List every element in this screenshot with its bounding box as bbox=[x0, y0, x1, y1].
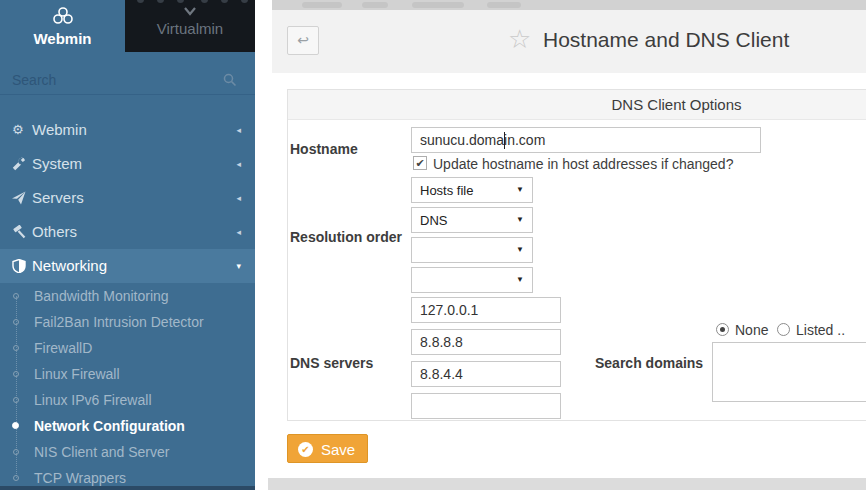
sidebar-subitem-label: Linux Firewall bbox=[34, 366, 120, 382]
expand-arrow-icon: ▾ bbox=[236, 261, 241, 271]
decoration-dot bbox=[177, 0, 184, 3]
decoration-dot bbox=[221, 0, 228, 3]
search-domains-textarea[interactable] bbox=[712, 342, 866, 402]
top-toolbar-cutoff bbox=[272, 0, 866, 10]
decoration-dot bbox=[201, 0, 208, 3]
back-button[interactable]: ↩ bbox=[287, 26, 319, 55]
bullet-icon bbox=[13, 371, 19, 377]
send-icon bbox=[12, 191, 26, 205]
text-caret bbox=[504, 132, 505, 149]
search-domains-listed-label: Listed .. bbox=[796, 322, 845, 338]
select-value: Hosts file bbox=[420, 183, 473, 198]
search-domains-none-label: None bbox=[735, 322, 768, 338]
bullet-icon bbox=[13, 449, 19, 455]
sidebar-bottom-strip bbox=[0, 486, 255, 490]
resolution-select-4[interactable]: ▼ bbox=[411, 267, 533, 293]
resolution-order-label: Resolution order bbox=[290, 229, 402, 245]
sidebar-search bbox=[0, 66, 255, 95]
dns-server-input-2[interactable] bbox=[411, 329, 561, 355]
star-icon[interactable]: ☆ bbox=[508, 24, 531, 54]
sidebar-item-label: System bbox=[32, 155, 82, 172]
resolution-select-1[interactable]: Hosts file ▼ bbox=[411, 177, 533, 203]
page-header: ↩ ☆ Hostname and DNS Client bbox=[272, 10, 866, 73]
shield-icon bbox=[12, 259, 26, 273]
sidebar-subitem-label: NIS Client and Server bbox=[34, 444, 169, 460]
save-button-label: Save bbox=[321, 441, 355, 458]
bullet-icon bbox=[13, 475, 19, 481]
sidebar-item-system[interactable]: System ◂ bbox=[0, 147, 255, 181]
collapse-arrow-icon: ◂ bbox=[236, 125, 241, 135]
collapse-arrow-icon: ◂ bbox=[236, 159, 241, 169]
hostname-input[interactable] bbox=[411, 127, 761, 153]
sidebar-item-firewalld[interactable]: FirewallD bbox=[0, 335, 255, 361]
decoration bbox=[412, 2, 464, 8]
footer-strip bbox=[268, 478, 866, 490]
search-domains-label: Search domains bbox=[595, 355, 703, 371]
decoration-dot bbox=[137, 0, 144, 3]
screen: Webmin Virtualmin ⚙ Webmin ◂ bbox=[0, 0, 866, 490]
sidebar-item-label: Webmin bbox=[32, 121, 87, 138]
dns-server-input-1[interactable] bbox=[411, 297, 561, 323]
decoration-dot bbox=[241, 0, 248, 3]
sidebar-subitem-label: FirewallD bbox=[34, 340, 92, 356]
webmin-logo-icon bbox=[50, 5, 76, 27]
bullet-icon bbox=[13, 397, 19, 403]
bullet-icon bbox=[13, 319, 19, 325]
select-arrow-icon: ▼ bbox=[516, 275, 524, 284]
sidebar-item-others[interactable]: Others ◂ bbox=[0, 215, 255, 249]
sidebar-item-bandwidth-monitoring[interactable]: Bandwidth Monitoring bbox=[0, 283, 255, 309]
dns-servers-label: DNS servers bbox=[290, 355, 373, 371]
decoration bbox=[487, 2, 521, 8]
search-domains-none-radio[interactable] bbox=[716, 323, 729, 336]
tab-virtualmin-label: Virtualmin bbox=[125, 20, 255, 37]
tab-webmin-label: Webmin bbox=[0, 30, 125, 47]
sidebar-item-networking[interactable]: Networking ▾ bbox=[0, 249, 255, 283]
bullet-icon bbox=[13, 293, 19, 299]
gavel-icon bbox=[12, 225, 26, 239]
check-circle-icon: ✔ bbox=[298, 442, 313, 457]
chevron-down-icon bbox=[181, 5, 199, 17]
tab-webmin[interactable]: Webmin bbox=[0, 0, 125, 52]
page-title: Hostname and DNS Client bbox=[543, 28, 789, 52]
gear-icon: ⚙ bbox=[12, 123, 26, 137]
resolution-select-3[interactable]: ▼ bbox=[411, 237, 533, 263]
sidebar-item-label: Others bbox=[32, 223, 77, 240]
decoration-dot bbox=[157, 0, 164, 3]
sidebar-subitem-label: Linux IPv6 Firewall bbox=[34, 392, 152, 408]
save-button[interactable]: ✔ Save bbox=[287, 434, 368, 463]
select-value: DNS bbox=[420, 213, 447, 228]
bullet-icon bbox=[12, 422, 19, 429]
search-icon[interactable] bbox=[223, 73, 237, 87]
dns-server-input-4[interactable] bbox=[411, 393, 561, 419]
dns-server-input-3[interactable] bbox=[411, 361, 561, 387]
hostname-label: Hostname bbox=[290, 141, 358, 157]
search-domains-listed-radio[interactable] bbox=[777, 323, 790, 336]
sidebar-subitem-label: TCP Wrappers bbox=[34, 470, 126, 486]
sidebar-item-linux-firewall[interactable]: Linux Firewall bbox=[0, 361, 255, 387]
collapse-arrow-icon: ◂ bbox=[236, 193, 241, 203]
sidebar-item-webmin[interactable]: ⚙ Webmin ◂ bbox=[0, 113, 255, 147]
sidebar-item-servers[interactable]: Servers ◂ bbox=[0, 181, 255, 215]
collapse-arrow-icon: ◂ bbox=[236, 227, 241, 237]
sidebar-item-label: Servers bbox=[32, 189, 84, 206]
sidebar-item-nis-client-server[interactable]: NIS Client and Server bbox=[0, 439, 255, 465]
select-arrow-icon: ▼ bbox=[516, 215, 524, 224]
search-input[interactable] bbox=[12, 69, 212, 91]
tab-virtualmin[interactable]: Virtualmin bbox=[125, 0, 255, 52]
sidebar-item-linux-ipv6-firewall[interactable]: Linux IPv6 Firewall bbox=[0, 387, 255, 413]
decoration bbox=[302, 2, 342, 8]
sidebar-item-fail2ban[interactable]: Fail2Ban Intrusion Detector bbox=[0, 309, 255, 335]
wrench-icon bbox=[12, 157, 26, 171]
sidebar-item-network-configuration[interactable]: Network Configuration bbox=[0, 413, 255, 439]
panel-title: DNS Client Options bbox=[288, 90, 866, 120]
sidebar-subitem-label: Fail2Ban Intrusion Detector bbox=[34, 314, 204, 330]
sidebar-subitem-label: Bandwidth Monitoring bbox=[34, 288, 169, 304]
bullet-icon bbox=[13, 345, 19, 351]
sidebar: Webmin Virtualmin ⚙ Webmin ◂ bbox=[0, 0, 255, 490]
update-hostname-checkbox[interactable]: ✔ bbox=[413, 156, 427, 170]
update-hostname-checkbox-label: Update hostname in host addresses if cha… bbox=[433, 156, 733, 172]
dns-client-options-panel: DNS Client Options Hostname ✔ Update hos… bbox=[287, 89, 866, 421]
sidebar-item-label: Networking bbox=[32, 257, 107, 274]
resolution-select-2[interactable]: DNS ▼ bbox=[411, 207, 533, 233]
decoration bbox=[362, 2, 388, 8]
